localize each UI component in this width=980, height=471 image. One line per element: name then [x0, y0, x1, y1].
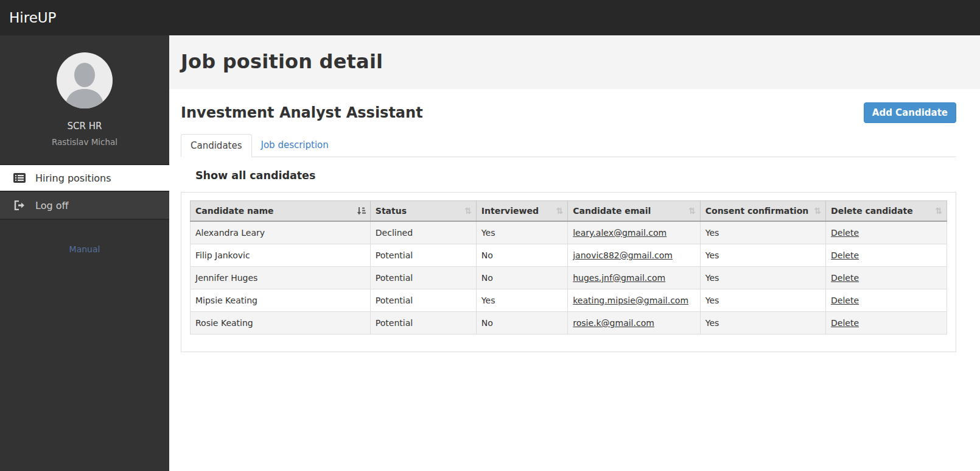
column-header-interviewed[interactable]: Interviewed ⇅: [476, 201, 567, 222]
delete-link[interactable]: Delete: [831, 296, 859, 305]
candidate-name-cell: Rosie Keating: [191, 312, 371, 335]
sidebar-item-hiring-positions[interactable]: Hiring positions: [0, 164, 169, 192]
tab-bar: Candidates Job description: [181, 134, 956, 157]
delete-cell: Delete: [826, 244, 947, 267]
profile-user-name: Rastislav Michal: [0, 137, 169, 147]
interviewed-cell: No: [476, 267, 567, 289]
candidate-name-cell: Filip Jankovic: [191, 244, 371, 267]
interviewed-cell: No: [476, 312, 567, 335]
sidebar-nav: Hiring positions Log off: [0, 164, 169, 220]
manual-link[interactable]: Manual: [69, 244, 100, 254]
brand-logo[interactable]: HireUP: [0, 10, 66, 26]
column-header-candidate-email[interactable]: Candidate email ⇅: [568, 201, 701, 222]
delete-cell: Delete: [826, 267, 947, 289]
candidate-email-link[interactable]: keating.mipsie@gmail.com: [573, 296, 688, 305]
profile-company: SCR HR: [0, 121, 169, 132]
consent-cell: Yes: [700, 267, 825, 289]
delete-cell: Delete: [826, 312, 947, 335]
sidebar-item-log-off[interactable]: Log off: [0, 192, 169, 220]
list-icon: [13, 173, 26, 183]
email-cell: huges.jnf@gmail.com: [568, 267, 701, 289]
status-cell: Potential: [370, 312, 476, 335]
delete-link[interactable]: Delete: [831, 228, 859, 238]
column-header-consent-confirmation[interactable]: Consent confirmation ⇅: [700, 201, 825, 222]
table-row: Jennifer Huges Potential No huges.jnf@gm…: [191, 267, 947, 289]
avatar: [57, 52, 113, 108]
top-navbar: HireUP: [0, 0, 980, 35]
email-cell: rosie.k@gmail.com: [568, 312, 701, 335]
log-off-icon: [13, 200, 26, 210]
candidate-email-link[interactable]: janovic882@gmail.com: [573, 250, 673, 260]
sort-icon: ⇅: [814, 207, 821, 215]
table-row: Rosie Keating Potential No rosie.k@gmail…: [191, 312, 947, 335]
sort-icon: ⇅: [688, 207, 696, 215]
delete-link[interactable]: Delete: [831, 273, 859, 283]
table-row: Mipsie Keating Potential Yes keating.mip…: [191, 289, 947, 312]
status-cell: Potential: [370, 289, 476, 312]
interviewed-cell: Yes: [476, 221, 567, 244]
delete-cell: Delete: [826, 221, 947, 244]
table-row: Alexandra Leary Declined Yes leary.alex@…: [191, 221, 947, 244]
candidate-name-cell: Jennifer Huges: [191, 267, 371, 289]
email-cell: janovic882@gmail.com: [568, 244, 701, 267]
sort-asc-icon: [357, 207, 366, 215]
interviewed-cell: No: [476, 244, 567, 267]
sort-icon: ⇅: [935, 207, 942, 215]
page-header: Job position detail: [169, 35, 980, 89]
status-cell: Potential: [370, 267, 476, 289]
email-cell: keating.mipsie@gmail.com: [568, 289, 701, 312]
candidate-name-cell: Alexandra Leary: [191, 221, 371, 244]
sort-icon: ⇅: [556, 207, 564, 215]
table-header-row: Candidate name: [191, 201, 947, 222]
sort-icon: ⇅: [464, 207, 472, 215]
status-cell: Declined: [370, 221, 476, 244]
candidates-table-panel: Candidate name: [181, 192, 956, 352]
candidate-email-link[interactable]: leary.alex@gmail.com: [573, 228, 667, 238]
delete-link[interactable]: Delete: [831, 318, 859, 328]
consent-cell: Yes: [700, 244, 825, 267]
user-profile: SCR HR Rastislav Michal: [0, 35, 169, 160]
tab-job-description[interactable]: Job description: [252, 134, 338, 157]
delete-link[interactable]: Delete: [831, 250, 859, 260]
add-candidate-button[interactable]: Add Candidate: [864, 102, 956, 123]
interviewed-cell: Yes: [476, 289, 567, 312]
tab-candidates[interactable]: Candidates: [181, 134, 252, 157]
section-heading: Show all candidates: [195, 169, 956, 182]
sidebar-item-label: Log off: [35, 200, 68, 211]
main-area: Job position detail Investment Analyst A…: [169, 35, 980, 471]
candidate-email-link[interactable]: rosie.k@gmail.com: [573, 318, 654, 328]
status-cell: Potential: [370, 244, 476, 267]
delete-cell: Delete: [826, 289, 947, 312]
candidate-name-cell: Mipsie Keating: [191, 289, 371, 312]
page-title: Job position detail: [181, 50, 968, 73]
sidebar: SCR HR Rastislav Michal Hiring positi: [0, 35, 169, 471]
consent-cell: Yes: [700, 289, 825, 312]
column-header-status[interactable]: Status ⇅: [370, 201, 476, 222]
candidates-tab-panel: Show all candidates Candidate name: [181, 169, 956, 352]
table-row: Filip Jankovic Potential No janovic882@g…: [191, 244, 947, 267]
column-header-delete-candidate[interactable]: Delete candidate ⇅: [826, 201, 947, 222]
email-cell: leary.alex@gmail.com: [568, 221, 701, 244]
consent-cell: Yes: [700, 221, 825, 244]
column-header-candidate-name[interactable]: Candidate name: [191, 201, 371, 222]
candidate-email-link[interactable]: huges.jnf@gmail.com: [573, 273, 665, 283]
consent-cell: Yes: [700, 312, 825, 335]
candidates-table: Candidate name: [190, 200, 947, 335]
job-position-title: Investment Analyst Assistant: [181, 104, 423, 121]
sidebar-item-label: Hiring positions: [35, 172, 111, 184]
